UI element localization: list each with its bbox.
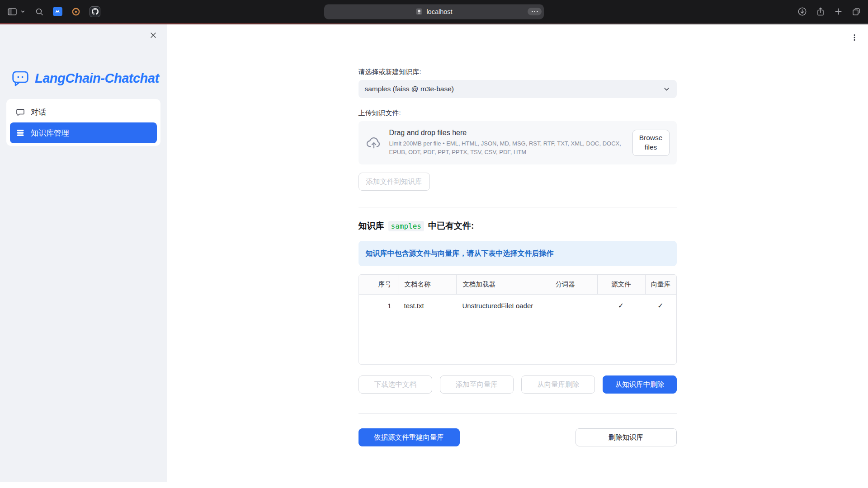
- sidebar-item-kb-management[interactable]: 知识库管理: [10, 122, 157, 143]
- browser-toolbar: localhost: [0, 0, 868, 23]
- close-icon: [149, 31, 157, 39]
- chevron-down-icon: [20, 9, 26, 14]
- col-header-splitter[interactable]: 分词器: [549, 275, 597, 294]
- extension-icon-1: [53, 7, 62, 16]
- toolbar-left-controls: [7, 0, 100, 23]
- divider: [359, 207, 677, 207]
- col-header-name[interactable]: 文档名称: [398, 275, 456, 294]
- address-bar[interactable]: localhost: [324, 4, 544, 19]
- sidebar-item-label: 知识库管理: [31, 128, 69, 138]
- extension-button-2[interactable]: [71, 7, 80, 16]
- downloads-icon: [797, 7, 807, 16]
- browser-search-button[interactable]: [35, 7, 44, 16]
- dot: [534, 11, 535, 12]
- divider: [359, 413, 677, 414]
- github-extension-button[interactable]: [90, 6, 100, 17]
- col-header-loader[interactable]: 文档加载器: [456, 275, 549, 294]
- dot: [532, 11, 533, 12]
- kb-footer-buttons: 依据源文件重建向量库 删除知识库: [359, 428, 677, 446]
- dropzone-text: Drag and drop files here Limit 200MB per…: [389, 129, 625, 157]
- files-table[interactable]: 序号 文档名称 文档加载器 分词器 源文件 向量库 1 test.txt Uns…: [359, 274, 677, 365]
- sidebar-toggle-icon: [7, 7, 17, 16]
- kb-select[interactable]: samples (faiss @ m3e-base): [359, 80, 677, 98]
- page-extensions-menu-button[interactable]: [528, 8, 542, 15]
- sidebar-item-label: 对话: [31, 107, 46, 117]
- select-chevron-down-icon: [663, 85, 670, 93]
- logo-icon: [11, 69, 30, 87]
- extension-button-1[interactable]: [53, 7, 62, 16]
- dot: [537, 11, 538, 12]
- kb-select-value: samples (faiss @ m3e-base): [365, 85, 454, 93]
- kb-select-label: 请选择或新建知识库:: [359, 68, 677, 76]
- kb-files-heading: 知识库 samples 中已有文件:: [359, 220, 677, 232]
- cell-index: 1: [359, 295, 398, 317]
- file-dropzone[interactable]: Drag and drop files here Limit 200MB per…: [359, 121, 677, 164]
- url-text: localhost: [426, 8, 452, 15]
- cell-source-check: ✓: [597, 295, 645, 317]
- dropzone-hint: Limit 200MB per file • EML, HTML, JSON, …: [389, 140, 622, 157]
- downloads-button[interactable]: [797, 7, 807, 16]
- chat-icon: [16, 108, 25, 117]
- heading-suffix: 中已有文件:: [428, 220, 474, 232]
- sidebar-item-chat[interactable]: 对话: [10, 102, 157, 122]
- main-area: 请选择或新建知识库: samples (faiss @ m3e-base) 上传…: [167, 24, 868, 488]
- logo-text: LangChain-Chatchat: [35, 71, 159, 86]
- cell-loader: UnstructuredFileLoader: [456, 295, 549, 317]
- table-row[interactable]: 1 test.txt UnstructuredFileLoader ✓ ✓: [359, 295, 676, 317]
- more-vert-icon: [850, 33, 859, 42]
- col-header-vector[interactable]: 向量库: [645, 275, 676, 294]
- col-header-source[interactable]: 源文件: [597, 275, 645, 294]
- add-to-vectorstore-button[interactable]: 添加至向量库: [440, 375, 514, 394]
- info-banner: 知识库中包含源文件与向量库，请从下表中选择文件后操作: [359, 241, 677, 266]
- sidebar-menu: 对话 知识库管理: [6, 99, 160, 146]
- toolbar-right-controls: [797, 0, 861, 23]
- browse-files-button[interactable]: Browse files: [632, 130, 670, 156]
- file-action-buttons: 下载选中文档 添加至向量库 从向量库删除 从知识库中删除: [359, 375, 677, 394]
- upload-label: 上传知识文件:: [359, 109, 677, 117]
- app-logo: LangChain-Chatchat: [11, 69, 167, 87]
- cell-vector-check: ✓: [645, 295, 676, 317]
- cell-name: test.txt: [398, 295, 456, 317]
- new-tab-icon: [834, 7, 843, 16]
- sidebar: LangChain-Chatchat 对话 知识库管理: [0, 24, 167, 482]
- delete-kb-button[interactable]: 删除知识库: [576, 428, 677, 446]
- app-window: LangChain-Chatchat 对话 知识库管理: [0, 24, 868, 488]
- tabs-overview-button[interactable]: [852, 7, 861, 16]
- share-icon: [816, 7, 825, 16]
- cloud-upload-icon: [366, 135, 382, 151]
- search-icon: [35, 7, 44, 16]
- cell-splitter: [549, 295, 597, 317]
- site-favicon: [415, 8, 423, 15]
- delete-from-kb-button[interactable]: 从知识库中删除: [603, 375, 676, 394]
- extension-icon-2: [71, 7, 80, 16]
- github-icon: [90, 6, 100, 17]
- dropzone-title: Drag and drop files here: [389, 129, 625, 137]
- screen: localhost: [0, 0, 868, 488]
- kb-name-code: samples: [388, 221, 424, 231]
- kb-icon: [16, 128, 25, 137]
- sidebar-toggle-button[interactable]: [7, 7, 17, 16]
- rebuild-vectorstore-button[interactable]: 依据源文件重建向量库: [359, 428, 460, 446]
- col-header-index[interactable]: 序号: [359, 275, 398, 294]
- table-header-row: 序号 文档名称 文档加载器 分词器 源文件 向量库: [359, 275, 676, 295]
- main-menu-button[interactable]: [850, 33, 859, 42]
- download-selected-button[interactable]: 下载选中文档: [359, 375, 432, 394]
- new-tab-button[interactable]: [834, 7, 843, 16]
- remove-from-vector-button[interactable]: 从向量库删除: [521, 375, 595, 394]
- content-column: 请选择或新建知识库: samples (faiss @ m3e-base) 上传…: [359, 24, 677, 446]
- add-to-kb-button[interactable]: 添加文件到知识库: [359, 173, 430, 191]
- sidebar-close-button[interactable]: [149, 31, 157, 39]
- tabs-icon: [852, 7, 861, 16]
- heading-prefix: 知识库: [359, 220, 384, 232]
- sidebar-menu-chevron-button[interactable]: [20, 9, 26, 14]
- share-button[interactable]: [816, 7, 825, 16]
